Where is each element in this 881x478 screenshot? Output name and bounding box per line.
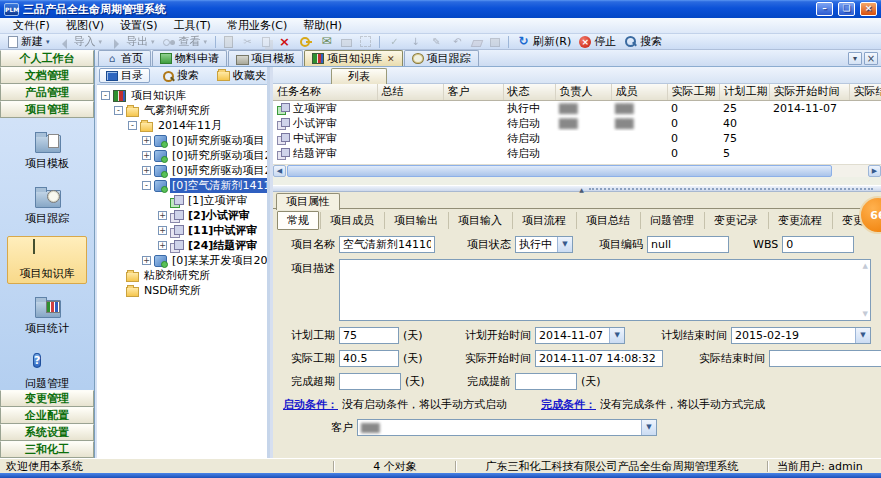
sidebar-group-project-mgmt[interactable]: 项目管理 (0, 101, 94, 118)
tree-node-project[interactable]: +[0]某某开发项目201412 (99, 253, 267, 268)
expander-icon[interactable]: - (114, 106, 123, 115)
sidebar-item-project-knowledge[interactable]: 项目知识库 (7, 236, 87, 284)
horizontal-scrollbar[interactable] (273, 164, 881, 177)
print-button[interactable] (337, 34, 356, 49)
menu-tools[interactable]: 工具(T) (166, 17, 219, 34)
sidebar-group-product-mgmt[interactable]: 产品管理 (0, 84, 94, 101)
tree-node-task[interactable]: [1]立项评审 (99, 193, 267, 208)
tab-project-properties[interactable]: 项目属性 (276, 193, 340, 210)
stamp-button[interactable] (486, 34, 504, 49)
customer-select[interactable]: ███ (357, 419, 657, 436)
sidebar-group-change-mgmt[interactable]: 变更管理 (0, 390, 94, 407)
expander-icon[interactable]: + (158, 241, 167, 250)
planned-start-picker[interactable]: 2014-11-07 (535, 327, 625, 344)
directory-button[interactable]: 目录 (99, 68, 150, 83)
tab-project-input[interactable]: 项目输入 (448, 212, 511, 229)
menu-file[interactable]: 文件(F) (5, 17, 58, 34)
col-actual-end[interactable]: 实际结束时间 (849, 84, 881, 100)
tab-project-members[interactable]: 项目成员 (320, 212, 383, 229)
col-customer[interactable]: 客户 (443, 84, 503, 100)
col-planned-duration[interactable]: 计划工期 (719, 84, 769, 100)
eraser-button[interactable] (468, 34, 486, 49)
sidebar-group-personal-workbench[interactable]: 个人工作台 (0, 50, 94, 67)
expander-icon[interactable]: - (101, 91, 110, 100)
tree-node-task[interactable]: +[24]结题评审 (99, 238, 267, 253)
table-row[interactable]: 结题评审 待启动 0 5 中试评审 (273, 146, 881, 161)
table-row[interactable]: 中试评审 待启动 0 75 (273, 131, 881, 146)
col-task-name[interactable]: 任务名称 (273, 84, 377, 100)
expander-icon[interactable]: + (158, 226, 167, 235)
tab-general[interactable]: 常规 (277, 211, 319, 230)
tab-close-icon[interactable]: ✕ (387, 54, 395, 64)
horizontal-splitter[interactable] (273, 185, 881, 192)
view-button[interactable]: 查看▾ (159, 34, 212, 49)
tree-node-month[interactable]: -2014年11月 (99, 118, 267, 133)
table-row[interactable]: 立项评审 执行中 ███ ███ 0 25 2014-11-07 空气清新剂14… (273, 100, 881, 116)
new-button[interactable]: 新建▾ (4, 34, 54, 49)
expander-icon[interactable]: + (158, 211, 167, 220)
actual-start-field[interactable] (535, 350, 663, 367)
expander-icon[interactable]: + (142, 151, 151, 160)
col-summary[interactable]: 总结 (377, 84, 443, 100)
edit-button[interactable] (426, 34, 447, 49)
expander-icon[interactable]: - (128, 121, 137, 130)
scroll-left-icon[interactable] (273, 165, 286, 177)
download-button[interactable] (405, 34, 426, 49)
planned-duration-field[interactable] (339, 327, 399, 344)
tree-node-project[interactable]: +[0]研究所驱动项目 (99, 133, 267, 148)
delete-button[interactable] (274, 34, 295, 49)
select-button[interactable] (356, 34, 375, 49)
minimize-button[interactable] (816, 2, 833, 16)
sidebar-group-system-settings[interactable]: 系统设置 (0, 424, 94, 441)
stop-button[interactable]: 停止 (575, 34, 620, 49)
finish-condition-link[interactable]: 完成条件： (541, 397, 596, 412)
send-button[interactable] (316, 34, 337, 49)
sidebar-group-document-mgmt[interactable]: 文档管理 (0, 67, 94, 84)
approve-button[interactable] (384, 34, 405, 49)
tree-node-root[interactable]: -项目知识库 (99, 88, 267, 103)
sidebar-item-issue-mgmt[interactable]: 问题管理 (7, 346, 87, 390)
export-button[interactable]: 导出▾ (106, 34, 159, 49)
tab-project-summary[interactable]: 项目总结 (576, 212, 639, 229)
expander-icon[interactable]: + (142, 136, 151, 145)
tree-search-button[interactable]: 搜索 (156, 68, 205, 83)
expander-icon[interactable]: + (142, 166, 151, 175)
paste-button[interactable] (220, 34, 237, 49)
tab-project-template[interactable]: 项目模板 (228, 50, 303, 66)
col-actual-duration[interactable]: 实际工期 (667, 84, 719, 100)
tree-node-task[interactable]: +[11]中试评审 (99, 223, 267, 238)
project-description-field[interactable] (339, 259, 871, 321)
sidebar-group-sanhe-chemical[interactable]: 三和化工 (0, 441, 94, 458)
import-button[interactable]: 导入▾ (54, 34, 107, 49)
menu-help[interactable]: 帮助(H) (295, 17, 350, 34)
tab-home[interactable]: 首页 (98, 50, 151, 66)
copy-button[interactable] (258, 34, 274, 49)
overdue-field[interactable] (339, 373, 401, 390)
tab-project-tracking[interactable]: 项目跟踪 (404, 50, 479, 66)
search-button[interactable]: 搜索 (620, 34, 666, 49)
scrollbar-thumb[interactable] (287, 165, 832, 177)
menu-settings[interactable]: 设置(S) (112, 17, 166, 34)
col-owner[interactable]: 负责人 (555, 84, 611, 100)
expander-icon[interactable]: + (142, 256, 151, 265)
tab-project-output[interactable]: 项目输出 (384, 212, 447, 229)
sidebar-item-project-template[interactable]: 项目模板 (7, 126, 87, 174)
ahead-field[interactable] (515, 373, 577, 390)
tree-node-institute[interactable]: -气雾剂研究所 (99, 103, 267, 118)
tab-list[interactable]: 列表 (331, 68, 387, 84)
col-status[interactable]: 状态 (503, 84, 555, 100)
tree-node-project[interactable]: +[0]研究所驱动项目20111050 (99, 163, 267, 178)
project-status-select[interactable]: 执行中 (515, 236, 573, 253)
tab-change-record[interactable]: 变更记录 (704, 212, 767, 229)
sidebar-item-project-tracking[interactable]: 项目跟踪 (7, 181, 87, 229)
tree-node-project-selected[interactable]: -[0]空气清新剂141107 (99, 178, 267, 193)
favorites-button[interactable]: 收藏夹 (211, 68, 272, 83)
col-members[interactable]: 成员 (611, 84, 667, 100)
tab-project-flow[interactable]: 项目流程 (512, 212, 575, 229)
cut-button[interactable] (237, 34, 258, 49)
actual-duration-field[interactable] (339, 350, 399, 367)
tree-node-task[interactable]: +[2]小试评审 (99, 208, 267, 223)
col-actual-start[interactable]: 实际开始时间 (769, 84, 849, 100)
table-row[interactable]: 小试评审 待启动 ███ ███ 0 40 立项评审 (273, 116, 881, 131)
tab-close-button[interactable] (864, 52, 878, 65)
